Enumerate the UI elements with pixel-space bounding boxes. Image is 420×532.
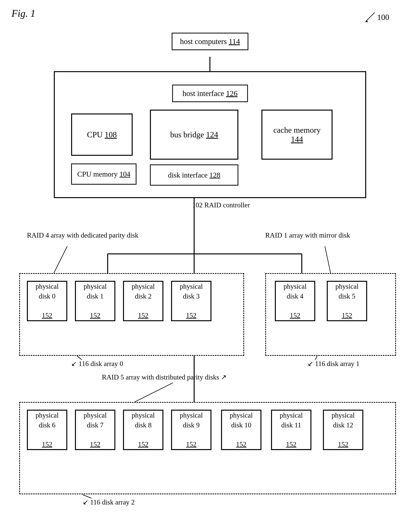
disk-array-1-label: ↙ 116 disk array 1 [308,360,360,368]
disk-5-box: physicaldisk 5152 [327,281,367,321]
disk-array-0-label: ↙ 116 disk array 0 [71,360,123,368]
disk-12-box: physicaldisk 12152 [323,410,363,450]
disk-8-box: physicaldisk 8152 [123,410,163,450]
svg-line-17 [315,356,317,360]
svg-line-13 [325,246,331,273]
svg-line-0 [366,13,375,21]
disk-array-2-label: ↙ 116 disk array 2 [83,498,135,506]
disk-11-box: physicaldisk 11152 [271,410,311,450]
host-computers-box: host computers 114 [172,33,249,50]
svg-line-15 [135,383,173,402]
cpu-box: CPU 108 [71,113,133,156]
disk-1-box: physicaldisk 1152 [75,281,115,321]
cpu-memory-box: CPU memory 104 [71,163,136,185]
bus-bridge-box: bus bridge 124 [150,110,238,160]
raid-controller-label: 102 RAID controller [192,201,250,209]
disk-7-box: physicaldisk 7152 [75,410,115,450]
disk-4-box: physicaldisk 4152 [275,281,315,321]
raid5-label: RAID 5 array with distributed parity dis… [102,373,227,381]
arrow-100-icon [364,12,375,23]
figure-ref: 100 [364,12,389,23]
svg-line-18 [83,495,91,498]
disk-2-box: physicaldisk 2152 [123,281,163,321]
raid4-label: RAID 4 array with dedicated parity disk [27,231,138,240]
disk-6-box: physicaldisk 6152 [27,410,67,450]
disk-10-box: physicaldisk 10152 [221,410,261,450]
raid1-label: RAID 1 array with mirror disk [265,231,350,240]
disk-3-box: physicaldisk 3152 [171,281,211,321]
host-interface-box: host interface 126 [172,85,248,102]
disk-interface-box: disk interface 128 [150,164,238,186]
figure-label: Fig. 1 [12,8,35,19]
cache-memory-box: cache memory144 [261,110,332,160]
disk-9-box: physicaldisk 9152 [171,410,211,450]
svg-line-16 [77,356,82,360]
disk-0-box: physicaldisk 0152 [27,281,67,321]
svg-line-12 [54,246,67,273]
